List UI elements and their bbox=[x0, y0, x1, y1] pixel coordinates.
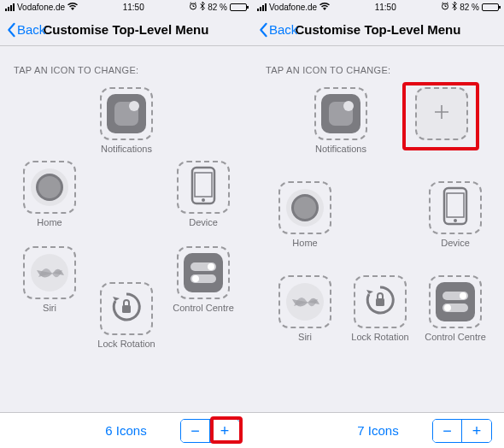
svg-rect-22 bbox=[447, 193, 464, 217]
slot-lock-rotation[interactable]: Lock Rotation bbox=[343, 275, 418, 342]
slot-notifications[interactable]: Notifications bbox=[89, 87, 164, 154]
plus-button[interactable]: + bbox=[462, 420, 491, 442]
section-label: TAP AN ICON TO CHANGE: bbox=[266, 65, 495, 75]
slot-control-centre[interactable]: Control Centre bbox=[418, 275, 493, 342]
lock-rotation-icon bbox=[363, 283, 397, 321]
slot-notifications[interactable]: Notifications bbox=[303, 87, 378, 154]
slot-siri[interactable]: Siri bbox=[12, 246, 87, 313]
slot-siri[interactable]: Siri bbox=[267, 275, 343, 342]
tile-label: Siri bbox=[267, 332, 343, 342]
svg-point-8 bbox=[202, 198, 205, 202]
svg-point-23 bbox=[454, 219, 457, 222]
home-icon bbox=[285, 188, 325, 227]
battery-icon bbox=[482, 3, 499, 11]
home-icon bbox=[30, 168, 69, 207]
back-button[interactable]: Back bbox=[257, 22, 297, 38]
bottom-bar: 7 Icons − + bbox=[252, 412, 504, 448]
plus-button[interactable]: + bbox=[210, 420, 239, 442]
screen-left: Vodafone.de 11:50 82 % Back Customise To… bbox=[0, 0, 252, 448]
alarm-icon bbox=[441, 2, 449, 12]
tile-label: Notifications bbox=[89, 144, 164, 154]
tile-label: Home bbox=[267, 238, 343, 248]
slot-home[interactable]: Home bbox=[12, 161, 87, 227]
svg-point-17 bbox=[343, 101, 354, 111]
signal-icon bbox=[5, 3, 15, 11]
back-label: Back bbox=[17, 22, 45, 37]
alarm-icon bbox=[189, 2, 197, 12]
wifi-icon bbox=[319, 3, 330, 12]
lock-rotation-icon bbox=[109, 290, 144, 327]
icon-grid: Notifications Home Device bbox=[261, 87, 495, 404]
back-label: Back bbox=[269, 22, 297, 37]
tile-label: Device bbox=[166, 217, 241, 227]
device-icon bbox=[442, 186, 468, 229]
slot-device[interactable]: Device bbox=[166, 161, 241, 227]
minus-button[interactable]: − bbox=[433, 420, 462, 442]
icon-grid: Notifications Home Device Siri bbox=[9, 87, 243, 404]
svg-point-2 bbox=[129, 101, 139, 111]
icon-stepper: − + bbox=[180, 419, 240, 443]
bottom-bar: 6 Icons − + bbox=[0, 412, 252, 448]
icon-count: 7 Icons bbox=[357, 423, 398, 438]
nav-bar: Back Customise Top-Level Menu bbox=[0, 14, 252, 46]
section-label: TAP AN ICON TO CHANGE: bbox=[14, 65, 243, 75]
svg-point-29 bbox=[444, 304, 451, 311]
icon-count: 6 Icons bbox=[105, 423, 146, 438]
tile-label: Control Centre bbox=[166, 303, 241, 313]
svg-point-12 bbox=[208, 263, 214, 270]
device-icon bbox=[190, 166, 216, 209]
chevron-left-icon bbox=[5, 22, 17, 38]
tile-label: Notifications bbox=[303, 144, 378, 154]
slot-device[interactable]: Device bbox=[418, 181, 493, 248]
tile-label: Control Centre bbox=[418, 332, 493, 342]
tile-label: Device bbox=[418, 238, 493, 248]
slot-empty[interactable] bbox=[404, 87, 479, 144]
svg-point-27 bbox=[460, 292, 466, 299]
notifications-icon bbox=[107, 94, 146, 133]
slot-lock-rotation[interactable]: Lock Rotation bbox=[89, 282, 164, 349]
plus-icon bbox=[431, 102, 452, 126]
icon-stepper: − + bbox=[432, 419, 492, 443]
status-time: 11:50 bbox=[123, 3, 144, 12]
back-button[interactable]: Back bbox=[5, 22, 45, 38]
svg-rect-10 bbox=[122, 305, 131, 313]
minus-button[interactable]: − bbox=[181, 420, 210, 442]
siri-icon bbox=[30, 253, 69, 292]
screen-right: Vodafone.de 11:50 82 % Back Customise To… bbox=[252, 0, 504, 448]
svg-point-5 bbox=[38, 176, 61, 198]
wifi-icon bbox=[67, 3, 78, 12]
notifications-icon bbox=[321, 94, 360, 133]
svg-point-14 bbox=[192, 275, 199, 282]
nav-title: Customise Top-Level Menu bbox=[296, 22, 461, 37]
status-bar: Vodafone.de 11:50 82 % bbox=[0, 0, 252, 14]
battery-icon bbox=[230, 3, 247, 11]
chevron-left-icon bbox=[257, 22, 269, 38]
slot-home[interactable]: Home bbox=[267, 181, 343, 248]
battery-label: 82 % bbox=[460, 3, 479, 12]
signal-icon bbox=[257, 3, 267, 11]
status-bar: Vodafone.de 11:50 82 % bbox=[252, 0, 504, 14]
control-centre-icon bbox=[436, 282, 475, 321]
slot-control-centre[interactable]: Control Centre bbox=[166, 246, 241, 313]
carrier-label: Vodafone.de bbox=[17, 3, 65, 12]
carrier-label: Vodafone.de bbox=[269, 3, 317, 12]
nav-title: Customise Top-Level Menu bbox=[44, 22, 209, 37]
svg-rect-25 bbox=[376, 298, 384, 306]
control-centre-icon bbox=[184, 253, 223, 292]
svg-rect-7 bbox=[195, 173, 212, 197]
bluetooth-icon bbox=[200, 2, 205, 12]
svg-point-20 bbox=[294, 197, 316, 219]
status-time: 11:50 bbox=[375, 3, 396, 12]
nav-bar: Back Customise Top-Level Menu bbox=[252, 14, 504, 46]
siri-icon bbox=[285, 282, 325, 321]
battery-label: 82 % bbox=[208, 3, 227, 12]
tile-label: Siri bbox=[12, 303, 87, 313]
tile-label: Home bbox=[12, 217, 87, 227]
bluetooth-icon bbox=[452, 2, 457, 12]
tile-label: Lock Rotation bbox=[89, 339, 164, 349]
tile-label: Lock Rotation bbox=[343, 332, 418, 342]
